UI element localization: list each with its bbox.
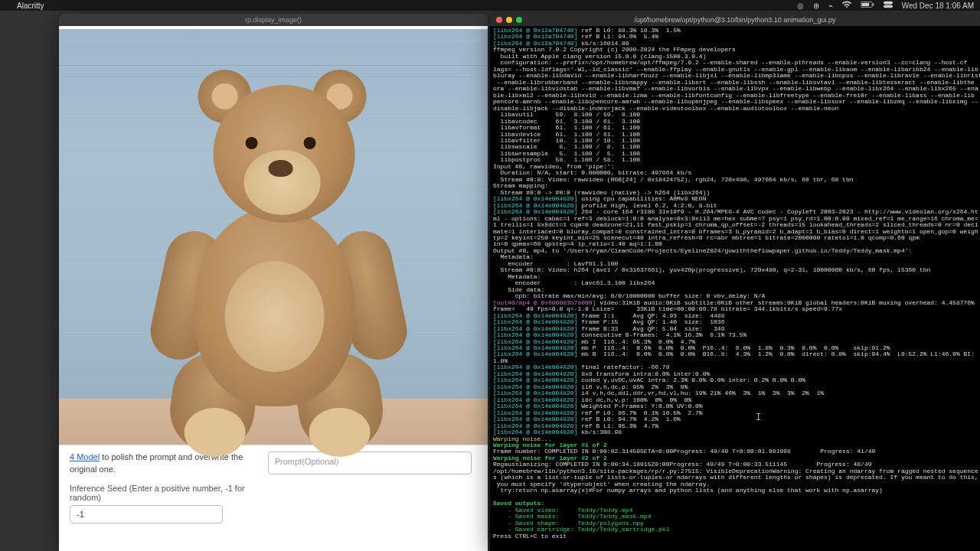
- image-display-window: rp.display_image() 4 Model to polish the…: [59, 14, 488, 551]
- terminal-title: /opt/homebrew/opt/python@3.10/bin/python…: [490, 16, 980, 24]
- text-cursor-icon: I: [756, 412, 761, 422]
- teddy-image: [59, 26, 488, 445]
- svg-rect-3: [884, 2, 893, 5]
- window-title: rp.display_image(): [245, 16, 302, 24]
- helper-text: 4 Model to polish the prompt and overwri…: [70, 452, 257, 476]
- control-center-icon: [884, 1, 893, 10]
- menubar-status-icon: ⌁: [828, 2, 833, 10]
- svg-rect-4: [884, 5, 893, 8]
- terminal-output[interactable]: [libx264 @ 0x12a704740] ref B L0: 88.3% …: [490, 26, 980, 541]
- model-link[interactable]: 4 Model: [70, 452, 100, 461]
- menubar-status-icon: ◎: [797, 2, 804, 10]
- menubar-app-name: Alacritty: [17, 2, 44, 10]
- close-icon[interactable]: [496, 17, 502, 23]
- window-titlebar: rp.display_image(): [59, 14, 488, 26]
- traffic-lights[interactable]: [496, 17, 522, 23]
- zoom-icon[interactable]: [516, 17, 522, 23]
- prompt-input[interactable]: Prompt(Optional): [268, 452, 472, 474]
- window-content: 4 Model to polish the prompt and overwri…: [59, 26, 488, 551]
- seed-label: Inference Seed (Enter a positive number,…: [70, 484, 257, 502]
- controls-form: 4 Model to polish the prompt and overwri…: [59, 445, 488, 530]
- battery-icon: [861, 1, 874, 10]
- terminal-titlebar: /opt/homebrew/opt/python@3.10/bin/python…: [490, 14, 980, 26]
- macos-menubar: Alacritty ◎ ⊕ ⌁ Wed Dec 18 1:06 AM: [0, 0, 980, 11]
- menubar-clock: Wed Dec 18 1:06 AM: [902, 2, 974, 10]
- minimize-icon[interactable]: [506, 17, 512, 23]
- seed-input[interactable]: [70, 505, 223, 523]
- terminal-window: /opt/homebrew/opt/python@3.10/bin/python…: [490, 14, 980, 551]
- wifi-icon: [842, 1, 851, 10]
- menubar-status-icon: ⊕: [813, 2, 819, 10]
- svg-rect-2: [861, 3, 869, 6]
- svg-rect-1: [873, 4, 874, 6]
